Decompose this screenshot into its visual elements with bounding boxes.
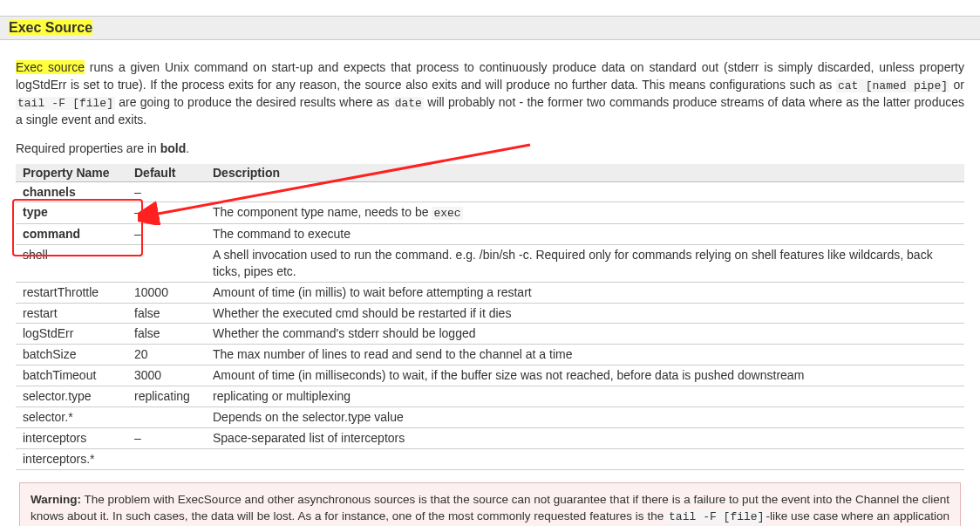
cell-property-name: channels (16, 181, 127, 202)
cell-default: replicating (127, 386, 206, 407)
content-area: Exec source runs a given Unix command on… (0, 40, 980, 526)
cell-property-name: interceptors.* (16, 448, 127, 469)
warning-box: Warning: The problem with ExecSource and… (19, 482, 961, 526)
cell-property-name: batchSize (16, 345, 127, 365)
intro-text-a: runs a given Unix command on start-up an… (16, 60, 964, 92)
table-row: interceptors.* (16, 448, 964, 469)
intro-text-c: are going to produce the desired results… (115, 95, 393, 109)
table-row: type–The component type name, needs to b… (16, 202, 964, 224)
intro-text-b: or (949, 78, 964, 92)
table-wrap: Property Name Default Description channe… (16, 164, 964, 470)
required-note: Required properties are in bold. (16, 141, 964, 155)
cell-property-name: batchTimeout (16, 365, 127, 386)
cell-default: – (127, 202, 206, 224)
table-row: selector.*Depends on the selector.type v… (16, 407, 964, 428)
cell-property-name: restartThrottle (16, 282, 127, 303)
cell-default: 10000 (127, 282, 206, 303)
code-date: date (393, 97, 424, 110)
cell-description (206, 181, 964, 202)
cell-description: Depends on the selector.type value (206, 407, 964, 428)
table-row: interceptors–Space-separated list of int… (16, 427, 964, 448)
page-title: Exec Source (9, 20, 92, 35)
table-row: restartThrottle10000Amount of time (in m… (16, 282, 964, 303)
cell-property-name: type (16, 202, 127, 224)
cell-default: 3000 (127, 365, 206, 386)
cell-default (127, 448, 206, 469)
cell-description: The max number of lines to read and send… (206, 345, 964, 365)
cell-description: The command to execute (206, 224, 964, 245)
cell-property-name: selector.type (16, 386, 127, 407)
section-header: Exec Source (0, 16, 980, 40)
cell-description: A shell invocation used to run the comma… (206, 244, 964, 282)
table-header-row: Property Name Default Description (16, 164, 964, 182)
cell-description: Amount of time (in milliseconds) to wait… (206, 365, 964, 386)
cell-default: – (127, 244, 206, 282)
table-row: batchSize20The max number of lines to re… (16, 345, 964, 365)
cell-property-name: command (16, 224, 127, 245)
col-property-name: Property Name (16, 164, 127, 182)
cell-default: – (127, 224, 206, 245)
code-tail: tail -F [file] (16, 97, 115, 110)
code-cat: cat [named pipe] (836, 79, 949, 92)
intro-highlight: Exec source (16, 60, 85, 74)
table-row: restartfalseWhether the executed cmd sho… (16, 303, 964, 324)
cell-default: – (127, 181, 206, 202)
col-description: Description (206, 164, 964, 182)
cell-description (206, 448, 964, 469)
cell-default: false (127, 324, 206, 345)
cell-property-name: shell (16, 244, 127, 282)
cell-description: Whether the command's stderr should be l… (206, 324, 964, 345)
col-default: Default (127, 164, 206, 182)
table-row: command–The command to execute (16, 224, 964, 245)
cell-default: – (127, 427, 206, 448)
table-row: shell–A shell invocation used to run the… (16, 244, 964, 282)
cell-default: 20 (127, 345, 206, 365)
cell-description: Whether the executed cmd should be resta… (206, 303, 964, 324)
table-row: selector.typereplicatingreplicating or m… (16, 386, 964, 407)
warning-code: tail -F [file] (667, 510, 766, 523)
cell-property-name: interceptors (16, 427, 127, 448)
cell-default (127, 407, 206, 428)
cell-description: Amount of time (in millis) to wait befor… (206, 282, 964, 303)
properties-table: Property Name Default Description channe… (16, 164, 964, 470)
cell-property-name: selector.* (16, 407, 127, 428)
cell-description: Space-separated list of interceptors (206, 427, 964, 448)
warning-label: Warning: (31, 493, 81, 506)
intro-paragraph: Exec source runs a given Unix command on… (16, 59, 964, 129)
cell-description: The component type name, needs to be exe… (206, 202, 964, 224)
cell-property-name: logStdErr (16, 324, 127, 345)
table-row: channels– (16, 181, 964, 202)
table-row: batchTimeout3000Amount of time (in milli… (16, 365, 964, 386)
table-row: logStdErrfalseWhether the command's stde… (16, 324, 964, 345)
cell-property-name: restart (16, 303, 127, 324)
cell-description: replicating or multiplexing (206, 386, 964, 407)
cell-default: false (127, 303, 206, 324)
